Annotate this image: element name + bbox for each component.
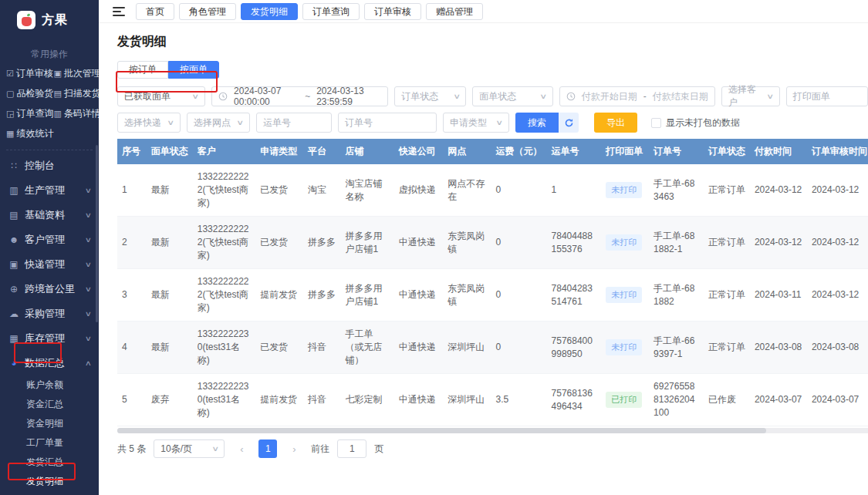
nav-tab-首页[interactable]: 首页 <box>136 3 174 20</box>
view-tab-按订单[interactable]: 按订单 <box>117 61 168 79</box>
cell-平台: 拼多多 <box>303 269 340 322</box>
nav-tab-赠品管理[interactable]: 赠品管理 <box>426 3 483 20</box>
column-header-运费（元）: 运费（元） <box>491 139 547 164</box>
cell-订单号: 6927655881326204100 <box>649 374 704 426</box>
cell-打印面单: 未打印 <box>601 164 649 217</box>
table-row: 5废弃13322222230(test31名称)提前发货抖音七彩定制中通快递深圳… <box>117 374 868 426</box>
order-query-icon: ◲ <box>6 109 14 119</box>
tracking-no-input[interactable]: 运单号 <box>256 113 332 133</box>
order-status-select[interactable]: 订单状态 ∨ <box>394 86 466 106</box>
sheet-status-select[interactable]: 面单状态 ∨ <box>472 86 552 106</box>
cell-订单状态: 已作废 <box>704 374 750 426</box>
sidebar-item-控制台[interactable]: ∷控制台 <box>0 153 99 178</box>
branch-select[interactable]: 选择网点 ∨ <box>187 113 250 133</box>
sidebar-item-label: 数据汇总 <box>25 356 86 370</box>
cell-快递公司: 中通快递 <box>394 322 444 374</box>
quick-op-绩效统计[interactable]: ▦绩效统计 <box>6 127 53 140</box>
column-header-订单号: 订单号 <box>649 139 704 164</box>
sidebar-subitem-工厂单量[interactable]: 工厂单量 <box>0 433 99 453</box>
sidebar: 方果 常用操作 ☑订单审核▣批次管理▢品检验货▤扫描发货◲订单查询▥条码详情▦绩… <box>0 0 99 495</box>
quick-op-订单查询[interactable]: ◲订单查询 <box>6 107 53 120</box>
pay-date-range-picker[interactable]: 付款开始日期 - 付款结束日期 <box>559 86 715 106</box>
nav-tab-订单查询[interactable]: 订单查询 <box>302 3 360 20</box>
shipping-detail-table: 序号面单状态客户申请类型平台店铺快递公司网点运费（元）运单号打印面单订单号订单状… <box>117 139 868 426</box>
waybill-status-value: 已获取面单 <box>124 90 171 103</box>
nav-tab-发货明细[interactable]: 发货明细 <box>241 3 298 20</box>
quick-op-label: 订单查询 <box>16 107 53 120</box>
chevron-down-icon: ∨ <box>85 187 92 194</box>
quick-op-品检验货[interactable]: ▢品检验货 <box>6 87 53 100</box>
page-number-1[interactable]: 1 <box>258 439 277 458</box>
quick-op-条码详情[interactable]: ▥条码详情 <box>53 107 99 120</box>
cell-订单号: 手工单-669397-1 <box>649 322 704 374</box>
refresh-button[interactable] <box>559 113 579 133</box>
chevron-down-icon: ∨ <box>192 93 200 100</box>
apply-type-select[interactable]: 申请类型 ∨ <box>443 113 509 133</box>
top-navbar: 首页角色管理发货明细订单查询订单审核赠品管理 <box>99 0 868 23</box>
sidebar-item-数据汇总[interactable]: ◕数据汇总∧ <box>0 351 99 375</box>
cell-店铺: 七彩定制 <box>340 374 393 426</box>
nav-tab-角色管理[interactable]: 角色管理 <box>179 3 236 20</box>
console-icon: ∷ <box>8 160 20 171</box>
branch-select-placeholder: 选择网点 <box>194 116 231 130</box>
waybill-status-select[interactable]: 已获取面单 ∨ <box>117 86 205 106</box>
sidebar-subitem-发货明细[interactable]: 发货明细 <box>0 472 99 491</box>
sidebar-item-快递管理[interactable]: ▣快递管理∨ <box>0 252 99 277</box>
next-page-button[interactable]: › <box>285 439 303 458</box>
page-size-value: 10条/页 <box>160 443 192 456</box>
sidebar-item-采购管理[interactable]: ☁采购管理∨ <box>0 301 99 326</box>
sidebar-subitem-资金汇总[interactable]: 资金汇总 <box>0 395 99 414</box>
cell-店铺: 拼多多用户店铺1 <box>340 269 393 322</box>
chevron-down-icon: ∨ <box>539 93 547 100</box>
chevron-down-icon: ∨ <box>85 261 92 268</box>
date-start-value: 2024-03-07 00:00:00 <box>234 86 299 107</box>
cell-序号: 1 <box>117 164 147 217</box>
export-button[interactable]: 导出 <box>594 113 637 133</box>
chevron-up-icon: ∧ <box>85 359 92 367</box>
express-select[interactable]: 选择快递 ∨ <box>117 113 181 133</box>
cell-运费（元）: 0 <box>491 269 547 322</box>
nav-tab-订单审核[interactable]: 订单审核 <box>364 3 421 20</box>
column-header-订单状态: 订单状态 <box>704 139 750 164</box>
cell-网点: 深圳坪山 <box>443 374 491 426</box>
customer-select-placeholder: 选择客户 <box>728 83 763 109</box>
order-no-input[interactable]: 订单号 <box>338 113 437 133</box>
sidebar-subitem-资金明细[interactable]: 资金明细 <box>0 414 99 433</box>
quick-op-扫描发货[interactable]: ▤扫描发货 <box>53 87 99 100</box>
quick-op-批次管理[interactable]: ▣批次管理 <box>53 67 99 80</box>
sidebar-scrollbar-thumb[interactable] <box>96 145 98 322</box>
quick-op-订单审核[interactable]: ☑订单审核 <box>6 67 53 80</box>
column-header-打印面单: 打印面单 <box>601 139 649 164</box>
sidebar-item-生产管理[interactable]: ▥生产管理∨ <box>0 178 99 203</box>
sidebar-item-客户管理[interactable]: ☻客户管理∨ <box>0 227 99 252</box>
create-date-range-picker[interactable]: 2024-03-07 00:00:00 ~ 2024-03-13 23:59:5… <box>211 86 388 106</box>
sidebar-item-库存管理[interactable]: ▦库存管理∨ <box>0 326 99 351</box>
horizontal-scrollbar-thumb[interactable] <box>117 428 766 433</box>
cell-运单号: 75768136496434 <box>547 374 602 426</box>
table-row: 4最新13322222230(test31名称)已发货抖音手工单（或无店铺）中通… <box>117 322 868 374</box>
sidebar-subitem-账户余额[interactable]: 账户余额 <box>0 375 99 395</box>
column-header-序号: 序号 <box>117 139 147 164</box>
unpacked-checkbox[interactable] <box>651 118 661 128</box>
hamburger-menu-icon[interactable] <box>113 5 125 19</box>
sidebar-subitem-发货汇总[interactable]: 发货汇总 <box>0 453 99 472</box>
print-sheet-select[interactable]: 打印面单 <box>786 86 868 106</box>
customer-select[interactable]: 选择客户 ∨ <box>721 86 780 106</box>
pay-date-separator: - <box>643 91 647 102</box>
goto-page-input[interactable] <box>337 439 366 458</box>
search-button[interactable]: 搜索 <box>515 113 559 133</box>
sidebar-item-跨境首公里[interactable]: ⊕跨境首公里∨ <box>0 277 99 301</box>
brand-logo: 方果 <box>0 0 99 37</box>
page-size-select[interactable]: 10条/页 ∨ <box>154 439 225 458</box>
cell-面单状态: 最新 <box>147 164 193 217</box>
print-status-badge: 已打印 <box>606 392 642 408</box>
chevron-down-icon: ∨ <box>211 445 219 453</box>
cell-序号: 5 <box>117 374 147 426</box>
cell-平台: 抖音 <box>303 322 340 374</box>
sidebar-item-基础资料[interactable]: ▤基础资料∨ <box>0 203 99 227</box>
prev-page-button[interactable]: ‹ <box>232 439 251 458</box>
horizontal-scrollbar[interactable] <box>117 428 868 433</box>
view-tab-按面单[interactable]: 按面单 <box>168 61 219 79</box>
print-status-badge: 未打印 <box>606 234 642 251</box>
cell-网点: 东莞凤岗镇 <box>443 217 491 269</box>
